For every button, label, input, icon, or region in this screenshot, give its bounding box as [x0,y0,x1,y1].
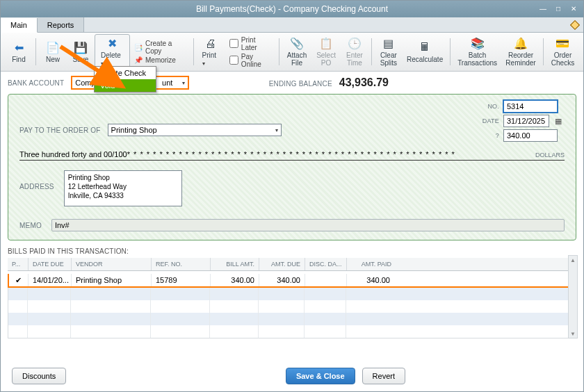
chevron-down-icon: ▾ [275,127,278,133]
print-icon: 🖨 [204,37,218,50]
check-amount-label: ? [467,132,499,139]
toolbar: ⬅ Find 📄 New 💾 Save ✖ Delete ▾ 📑Create a… [1,33,583,72]
revert-button[interactable]: Revert [362,368,405,384]
table-row[interactable] [8,300,576,313]
memo-label: MEMO [19,222,42,229]
expand-ribbon-button[interactable] [567,17,583,32]
ending-balance-value: 43,936.79 [339,76,389,89]
col-paid[interactable]: P... [8,258,29,270]
copy-icon: 📑 [134,44,143,51]
row-disc [305,274,347,286]
col-amt-due[interactable]: AMT. DUE [259,258,305,270]
window-title: Bill Payments(Check) - Company Checking … [196,4,388,14]
bills-grid: ✔ 14/01/20... Printing Shop 15789 340.00… [8,274,576,288]
tabstrip: Main Reports [1,17,583,33]
amount-fill: * * * * * * * * * * * * * * * * * * * * … [127,150,531,158]
row-ref-no: 15789 [152,274,211,286]
clock-icon: 🕒 [348,37,362,50]
chevron-down-icon: ▾ [182,80,185,86]
pay-to-select[interactable]: Printing Shop ▾ [108,124,282,136]
col-bill-amt[interactable]: BILL AMT. [211,258,259,270]
minimize-button[interactable]: — [536,3,550,14]
col-ref-no[interactable]: REF. NO. [152,258,211,270]
titlebar: Bill Payments(Check) - Company Checking … [1,1,583,17]
delete-icon: ✖ [105,37,119,50]
bank-account-label: BANK ACCOUNT [8,79,64,87]
row-date-due: 14/01/20... [29,274,72,286]
maximize-button[interactable]: □ [551,3,565,14]
col-vendor[interactable]: VENDOR [72,258,152,270]
delete-button[interactable]: ✖ Delete ▾ [95,34,130,70]
tab-main[interactable]: Main [1,18,38,33]
arrow-left-icon: ⬅ [12,40,26,54]
address-box[interactable]: Printing Shop 12 Letterhead Way Inkville… [64,170,182,206]
memorize-button[interactable]: 📌Memorize [134,56,186,64]
clear-splits-button[interactable]: ▤ Clear Splits [375,34,403,70]
order-checks-icon: 💳 [555,37,569,50]
calendar-icon[interactable]: ▦ [553,117,563,126]
batch-transactions-button[interactable]: 📚 Batch Transactions [453,34,501,70]
ending-balance-label: ENDING BALANCE [269,80,332,88]
batch-icon: 📚 [471,37,485,50]
dollars-label: DOLLARS [535,152,565,158]
po-icon: 📋 [319,37,333,50]
check-no-label: NO. [467,103,499,110]
pay-to-label: PAY TO THE ORDER OF [19,126,101,134]
check-date-label: DATE [467,117,499,124]
new-button[interactable]: 📄 New [39,34,67,70]
find-button[interactable]: ⬅ Find [5,34,33,70]
amount-words: Three hundred forty and 00/100 [19,150,127,158]
address-label: ADDRESS [19,183,54,190]
bill-payments-window: Bill Payments(Check) - Company Checking … [0,0,584,392]
attach-icon: 📎 [290,37,304,50]
row-amt-due: 340.00 [259,274,305,286]
bills-paid-title: BILLS PAID IN THIS TRANSACTION: [8,247,576,255]
grid-scrollbar[interactable]: ▲ ▼ [568,255,578,338]
memo-input[interactable] [51,219,565,231]
col-amt-paid[interactable]: AMT. PAID [347,258,396,270]
check-preview: NO. DATE ▦ ? PAY TO THE ORDER OF Printin… [8,94,576,240]
save-close-button[interactable]: Save & Close [286,368,355,384]
table-row[interactable] [8,313,576,325]
col-date-due[interactable]: DATE DUE [29,258,72,270]
recalculate-button[interactable]: 🖩 Recalculate [403,34,447,70]
create-copy-button[interactable]: 📑Create a Copy [134,40,186,55]
delete-dropdown-menu: Delete Check Void [94,66,156,92]
select-po-button[interactable]: 📋 Select PO [311,34,341,70]
check-date-input[interactable] [503,115,549,127]
row-vendor: Printing Shop [72,274,152,286]
reorder-reminder-button[interactable]: 🔔 Reorder Reminder [501,34,540,70]
clear-icon: ▤ [382,37,396,50]
recalc-icon: 🖩 [418,40,432,54]
discounts-button[interactable]: Discounts [12,368,66,384]
save-button[interactable]: 💾 Save [67,34,95,70]
table-row[interactable] [8,325,576,338]
row-amt-paid: 340.00 [347,274,394,286]
order-checks-button[interactable]: 💳 Order Checks [546,34,579,70]
tab-reports[interactable]: Reports [38,17,85,32]
table-row[interactable] [8,288,576,300]
check-amount-input[interactable] [503,129,558,142]
print-later-checkbox[interactable]: Print Later [229,36,272,51]
void-item[interactable]: Void [95,79,156,92]
row-bill-amt: 340.00 [211,274,259,286]
table-row[interactable]: ✔ 14/01/20... Printing Shop 15789 340.00… [9,274,575,286]
row-checked[interactable]: ✔ [9,274,29,286]
attach-file-button[interactable]: 📎 Attach File [282,34,311,70]
check-no-input[interactable] [503,100,558,113]
delete-check-item[interactable]: Delete Check [95,67,156,79]
new-icon: 📄 [46,40,60,54]
close-button[interactable]: ✕ [567,3,581,14]
memorize-icon: 📌 [134,56,143,64]
enter-time-button[interactable]: 🕒 Enter Time [341,34,368,70]
pay-online-checkbox[interactable]: Pay Online [229,53,272,68]
reminder-icon: 🔔 [514,37,528,50]
save-icon: 💾 [74,40,88,54]
col-disc-date[interactable]: DISC. DA... [305,258,347,270]
print-button[interactable]: 🖨 Print ▾ [197,34,225,70]
